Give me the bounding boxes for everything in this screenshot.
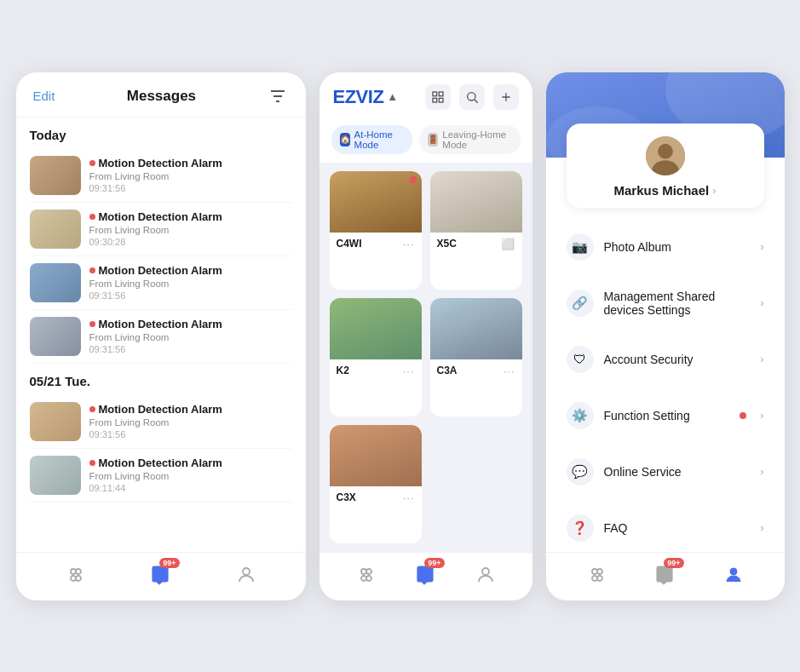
device-card-c3x[interactable]: C3X ··· (330, 425, 422, 543)
messages-header: Edit Messages (16, 72, 306, 118)
list-item[interactable]: Motion Detection Alarm From Living Room … (30, 310, 292, 364)
device-more-k2[interactable]: ··· (403, 365, 415, 377)
profile-bottom-nav: 99+ (546, 552, 785, 600)
function-setting-dot (740, 412, 746, 419)
ezviz-dropdown-icon[interactable]: ▲ (387, 90, 398, 103)
message-sub: From Living Room (89, 225, 292, 235)
device-more-c3a[interactable]: ··· (504, 365, 515, 377)
message-sub: From Living Room (89, 471, 292, 481)
menu-item-label: Photo Album (604, 240, 751, 254)
svg-point-19 (366, 576, 371, 581)
device-more-c3x[interactable]: ··· (403, 491, 415, 504)
profile-nav-icon[interactable] (233, 561, 260, 589)
message-thumb (30, 210, 81, 249)
settings-icon: ⚙️ (567, 402, 594, 429)
profile-card: Markus Michael › (567, 123, 764, 208)
menu-item-label: Online Service (604, 465, 751, 479)
edit-button[interactable]: Edit (33, 89, 55, 103)
message-thumb (30, 456, 81, 495)
messages-body: Today Motion Detection Alarm From Living… (16, 118, 306, 552)
device-name-c3a: C3A (437, 365, 458, 376)
device-thumb-k2 (330, 298, 422, 359)
message-title: Motion Detection Alarm (99, 457, 222, 469)
message-title: Motion Detection Alarm (99, 157, 222, 169)
svg-rect-10 (433, 98, 437, 102)
devices-nav-icon[interactable] (62, 561, 89, 589)
device-thumb-x5c (430, 171, 522, 233)
svg-rect-9 (439, 92, 443, 96)
ezviz-bottom-nav: 99+ (319, 552, 532, 600)
ezviz-profile-nav[interactable] (472, 561, 499, 589)
message-sub: From Living Room (89, 417, 292, 428)
svg-point-17 (366, 569, 371, 574)
leaving-home-mode-button[interactable]: 🚪 Leaving-Home Mode (419, 125, 520, 154)
profile-panel: Markus Michael › 📷 Photo Album › 🔗 Manag… (546, 72, 785, 600)
list-item[interactable]: Motion Detection Alarm From Living Room … (30, 149, 292, 203)
menu-item-online-service[interactable]: 💬 Online Service › (556, 446, 774, 497)
message-sub: From Living Room (89, 332, 292, 342)
message-thumb (30, 402, 81, 441)
device-card-c4wi[interactable]: C4WI ··· (330, 171, 422, 290)
list-item[interactable]: Motion Detection Alarm From Living Room … (30, 449, 292, 503)
device-name-k2: K2 (337, 365, 349, 376)
device-card-x5c[interactable]: X5C ⬜ (430, 171, 522, 290)
messages-title: Messages (127, 88, 196, 105)
messages-nav-icon[interactable]: 99+ (147, 561, 175, 589)
svg-point-12 (467, 92, 475, 100)
ezviz-messages-nav[interactable]: 99+ (412, 561, 440, 589)
device-name-x5c: X5C (437, 238, 457, 250)
svg-rect-11 (439, 98, 443, 102)
profile-devices-nav[interactable] (584, 561, 611, 589)
message-title: Motion Detection Alarm (99, 264, 222, 277)
message-time: 09:31:56 (89, 290, 292, 301)
device-name-c3x: C3X (337, 491, 356, 503)
device-card-k2[interactable]: K2 ··· (330, 298, 422, 416)
search-button[interactable] (459, 84, 485, 110)
ezviz-home-nav[interactable] (353, 561, 380, 589)
message-time: 09:31:56 (89, 429, 292, 439)
menu-item-chevron-icon: › (760, 296, 763, 309)
profile-name-row[interactable]: Markus Michael › (613, 183, 716, 198)
menu-item-photo-album[interactable]: 📷 Photo Album › (556, 221, 774, 273)
menu-item-faq[interactable]: ❓ FAQ › (556, 503, 774, 552)
profile-messages-badge: 99+ (664, 558, 683, 568)
message-info: Motion Detection Alarm From Living Room … (89, 403, 292, 439)
message-thumb (30, 263, 81, 302)
at-home-label: At-Home Mode (354, 129, 405, 150)
device-card-c3a[interactable]: C3A ··· (430, 298, 522, 416)
menu-item-label: Management Shared devices Settings (604, 290, 751, 317)
menu-item-chevron-icon: › (760, 465, 763, 478)
list-item[interactable]: Motion Detection Alarm From Living Room … (30, 395, 292, 449)
profile-messages-nav[interactable]: 99+ (652, 561, 679, 589)
add-button[interactable] (493, 84, 519, 110)
list-view-button[interactable] (425, 84, 451, 110)
svg-point-25 (658, 143, 673, 158)
menu-item-management[interactable]: 🔗 Management Shared devices Settings › (556, 278, 774, 329)
list-item[interactable]: Motion Detection Alarm From Living Room … (30, 203, 292, 256)
svg-line-13 (475, 100, 478, 103)
filter-icon[interactable] (268, 86, 288, 106)
device-name-c4wi: C4WI (337, 238, 362, 250)
date-0521: 05/21 Tue. (30, 374, 292, 388)
list-item[interactable]: Motion Detection Alarm From Living Room … (30, 256, 292, 310)
device-more-c4wi[interactable]: ··· (403, 238, 415, 250)
alert-dot (410, 176, 417, 183)
svg-point-3 (71, 569, 76, 574)
message-sub: From Living Room (89, 171, 292, 181)
device-thumb-c3x (330, 425, 422, 486)
menu-item-function-setting[interactable]: ⚙️ Function Setting › (556, 390, 774, 441)
svg-point-29 (592, 576, 597, 581)
profile-profile-nav[interactable] (720, 561, 747, 589)
unread-dot (89, 267, 95, 273)
faq-icon: ❓ (567, 514, 594, 542)
at-home-mode-button[interactable]: 🏠 At-Home Mode (331, 125, 413, 154)
menu-item-account-security[interactable]: 🛡 Account Security › (556, 334, 774, 385)
photo-album-icon: 📷 (567, 233, 594, 261)
menu-item-chevron-icon: › (760, 353, 763, 365)
unread-dot (89, 160, 95, 166)
device-thumb-c4wi (330, 171, 422, 233)
svg-point-28 (597, 569, 602, 574)
device-more-x5c[interactable]: ⬜ (501, 238, 515, 250)
unread-dot (89, 460, 95, 466)
avatar (643, 134, 688, 178)
